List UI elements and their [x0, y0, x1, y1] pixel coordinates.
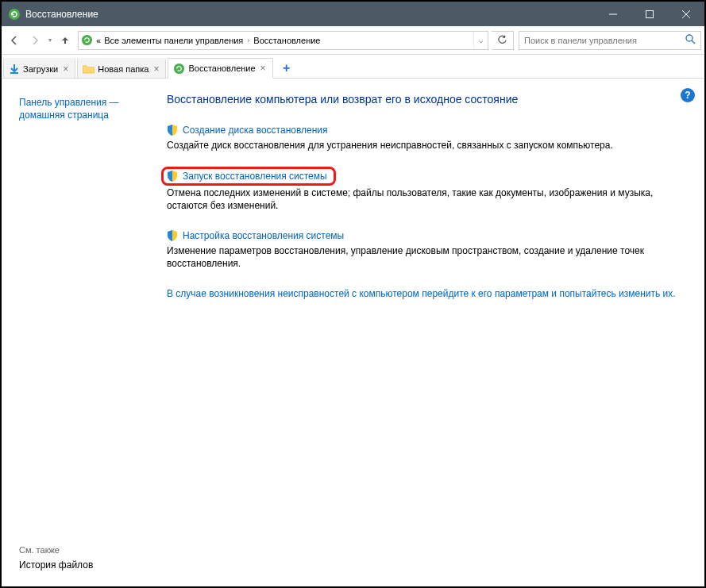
control-panel-home-link[interactable]: Панель управления — домашняя страница [19, 96, 152, 121]
navbar: ▾ « Все элементы панели управления › Вос… [2, 26, 704, 55]
address-icon [79, 34, 95, 46]
option-configure-restore: Настройка восстановления системы Изменен… [167, 230, 682, 270]
window-controls [595, 2, 704, 26]
breadcrumb-prefix[interactable]: « [95, 36, 102, 45]
recovery-icon [8, 8, 21, 21]
shield-icon [167, 171, 178, 182]
download-icon [9, 63, 20, 75]
refresh-button[interactable] [492, 31, 514, 50]
tab-recovery[interactable]: Восстановление × [168, 58, 272, 79]
tab-label: Восстановление [188, 63, 255, 73]
recent-dropdown[interactable]: ▾ [46, 37, 54, 44]
forward-button[interactable] [25, 31, 44, 50]
search-input[interactable] [524, 36, 685, 45]
page-title: Восстановление компьютера или возврат ег… [167, 93, 682, 106]
option-create-recovery-drive: Создание диска восстановления Создайте д… [167, 125, 682, 152]
tab-close-icon[interactable]: × [152, 63, 160, 75]
maximize-button[interactable] [631, 2, 668, 26]
window-title: Восстановление [25, 9, 595, 20]
svg-line-7 [692, 40, 695, 44]
highlight-annotation: Запуск восстановления системы [161, 167, 336, 186]
shield-icon [167, 125, 178, 136]
file-history-link[interactable]: История файлов [19, 559, 152, 571]
option-description: Отмена последних изменений в системе; фа… [167, 186, 682, 212]
svg-point-0 [9, 9, 20, 20]
svg-point-9 [174, 63, 184, 73]
create-recovery-drive-link[interactable]: Создание диска восстановления [183, 125, 328, 136]
content-area: Панель управления — домашняя страница См… [2, 79, 704, 586]
tab-newfolder[interactable]: Новая папка × [77, 58, 166, 78]
help-icon[interactable]: ? [681, 88, 695, 102]
main-panel: ? Восстановление компьютера или возврат … [159, 79, 704, 586]
address-bar[interactable]: « Все элементы панели управления › Восст… [78, 31, 488, 50]
sidebar: Панель управления — домашняя страница См… [2, 79, 159, 586]
titlebar: Восстановление [2, 2, 704, 26]
folder-icon [83, 64, 95, 74]
shield-icon [167, 230, 178, 241]
search-box[interactable] [519, 31, 701, 50]
see-also-label: См. также [19, 545, 152, 555]
tab-close-icon[interactable]: × [61, 63, 70, 75]
breadcrumb-seg-1[interactable]: Все элементы панели управления [102, 36, 245, 45]
option-system-restore: Запуск восстановления системы Отмена пос… [167, 169, 682, 212]
pc-settings-link[interactable]: В случае возникновения неисправностей с … [167, 287, 682, 300]
back-button[interactable] [5, 31, 24, 50]
up-button[interactable] [56, 31, 75, 50]
close-button[interactable] [668, 2, 704, 26]
option-description: Изменение параметров восстановления, упр… [167, 244, 682, 270]
tab-close-icon[interactable]: × [259, 63, 268, 74]
tab-label: Новая папка [98, 64, 149, 74]
svg-rect-2 [646, 10, 654, 17]
new-tab-button[interactable]: + [275, 58, 299, 78]
configure-restore-link[interactable]: Настройка восстановления системы [183, 230, 344, 241]
tab-label: Загрузки [23, 64, 58, 74]
chevron-right-icon[interactable]: › [245, 37, 252, 44]
minimize-button[interactable] [595, 2, 631, 26]
search-icon[interactable] [685, 33, 696, 47]
svg-point-6 [686, 35, 692, 41]
svg-point-5 [81, 35, 91, 45]
system-restore-link[interactable]: Запуск восстановления системы [183, 171, 327, 182]
tab-bar: Загрузки × Новая папка × Восстановление … [2, 55, 704, 79]
address-dropdown[interactable]: ⌵ [473, 32, 488, 49]
breadcrumb-seg-2[interactable]: Восстановление [252, 36, 322, 45]
recovery-icon [173, 63, 185, 75]
tab-downloads[interactable]: Загрузки × [3, 58, 75, 78]
option-description: Создайте диск восстановления для устране… [167, 139, 682, 152]
